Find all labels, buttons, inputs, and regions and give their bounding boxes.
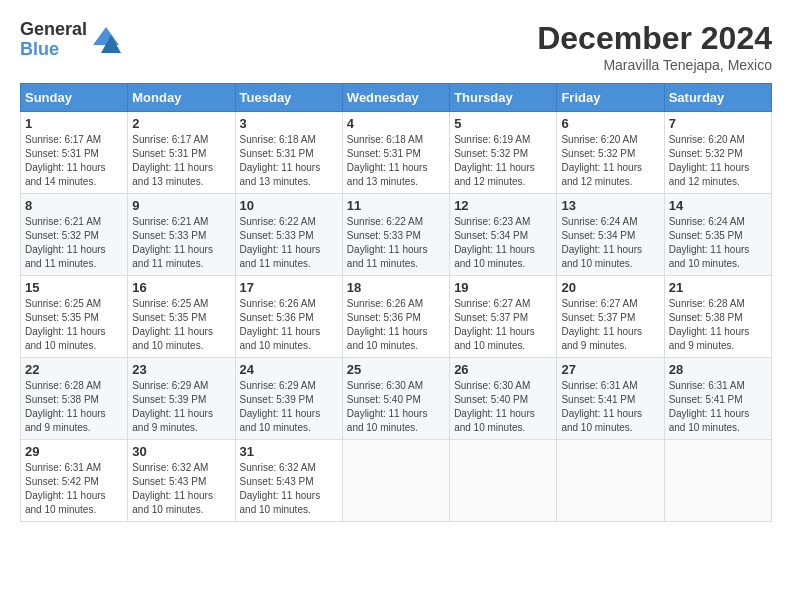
calendar-cell: 30 Sunrise: 6:32 AM Sunset: 5:43 PM Dayl… <box>128 440 235 522</box>
day-info: Sunrise: 6:23 AM Sunset: 5:34 PM Dayligh… <box>454 215 552 271</box>
day-info: Sunrise: 6:29 AM Sunset: 5:39 PM Dayligh… <box>240 379 338 435</box>
calendar-cell: 16 Sunrise: 6:25 AM Sunset: 5:35 PM Dayl… <box>128 276 235 358</box>
day-info: Sunrise: 6:20 AM Sunset: 5:32 PM Dayligh… <box>669 133 767 189</box>
day-number: 30 <box>132 444 230 459</box>
calendar-cell: 31 Sunrise: 6:32 AM Sunset: 5:43 PM Dayl… <box>235 440 342 522</box>
day-info: Sunrise: 6:30 AM Sunset: 5:40 PM Dayligh… <box>454 379 552 435</box>
calendar-cell: 22 Sunrise: 6:28 AM Sunset: 5:38 PM Dayl… <box>21 358 128 440</box>
day-number: 17 <box>240 280 338 295</box>
day-info: Sunrise: 6:17 AM Sunset: 5:31 PM Dayligh… <box>25 133 123 189</box>
calendar-cell: 5 Sunrise: 6:19 AM Sunset: 5:32 PM Dayli… <box>450 112 557 194</box>
day-number: 11 <box>347 198 445 213</box>
calendar-cell: 21 Sunrise: 6:28 AM Sunset: 5:38 PM Dayl… <box>664 276 771 358</box>
logo-icon <box>91 25 121 55</box>
day-number: 29 <box>25 444 123 459</box>
weekday-header: Thursday <box>450 84 557 112</box>
calendar-week-row: 15 Sunrise: 6:25 AM Sunset: 5:35 PM Dayl… <box>21 276 772 358</box>
day-info: Sunrise: 6:18 AM Sunset: 5:31 PM Dayligh… <box>347 133 445 189</box>
day-info: Sunrise: 6:28 AM Sunset: 5:38 PM Dayligh… <box>669 297 767 353</box>
day-number: 3 <box>240 116 338 131</box>
day-number: 28 <box>669 362 767 377</box>
calendar-cell <box>557 440 664 522</box>
day-info: Sunrise: 6:19 AM Sunset: 5:32 PM Dayligh… <box>454 133 552 189</box>
weekday-header: Wednesday <box>342 84 449 112</box>
day-number: 13 <box>561 198 659 213</box>
weekday-header: Friday <box>557 84 664 112</box>
day-info: Sunrise: 6:32 AM Sunset: 5:43 PM Dayligh… <box>132 461 230 517</box>
title-block: December 2024 Maravilla Tenejapa, Mexico <box>537 20 772 73</box>
day-info: Sunrise: 6:18 AM Sunset: 5:31 PM Dayligh… <box>240 133 338 189</box>
calendar-cell: 29 Sunrise: 6:31 AM Sunset: 5:42 PM Dayl… <box>21 440 128 522</box>
day-info: Sunrise: 6:22 AM Sunset: 5:33 PM Dayligh… <box>240 215 338 271</box>
weekday-header: Saturday <box>664 84 771 112</box>
day-info: Sunrise: 6:25 AM Sunset: 5:35 PM Dayligh… <box>132 297 230 353</box>
calendar-cell: 26 Sunrise: 6:30 AM Sunset: 5:40 PM Dayl… <box>450 358 557 440</box>
day-number: 24 <box>240 362 338 377</box>
calendar-cell: 7 Sunrise: 6:20 AM Sunset: 5:32 PM Dayli… <box>664 112 771 194</box>
day-number: 20 <box>561 280 659 295</box>
day-number: 1 <box>25 116 123 131</box>
calendar-cell: 11 Sunrise: 6:22 AM Sunset: 5:33 PM Dayl… <box>342 194 449 276</box>
day-number: 7 <box>669 116 767 131</box>
calendar-cell: 25 Sunrise: 6:30 AM Sunset: 5:40 PM Dayl… <box>342 358 449 440</box>
calendar-cell: 9 Sunrise: 6:21 AM Sunset: 5:33 PM Dayli… <box>128 194 235 276</box>
day-info: Sunrise: 6:24 AM Sunset: 5:35 PM Dayligh… <box>669 215 767 271</box>
month-year-title: December 2024 <box>537 20 772 57</box>
day-number: 19 <box>454 280 552 295</box>
day-info: Sunrise: 6:26 AM Sunset: 5:36 PM Dayligh… <box>347 297 445 353</box>
logo-blue: Blue <box>20 40 87 60</box>
day-number: 9 <box>132 198 230 213</box>
calendar-cell: 20 Sunrise: 6:27 AM Sunset: 5:37 PM Dayl… <box>557 276 664 358</box>
day-number: 25 <box>347 362 445 377</box>
calendar-cell: 3 Sunrise: 6:18 AM Sunset: 5:31 PM Dayli… <box>235 112 342 194</box>
logo: General Blue <box>20 20 121 60</box>
day-info: Sunrise: 6:25 AM Sunset: 5:35 PM Dayligh… <box>25 297 123 353</box>
day-info: Sunrise: 6:22 AM Sunset: 5:33 PM Dayligh… <box>347 215 445 271</box>
calendar-week-row: 8 Sunrise: 6:21 AM Sunset: 5:32 PM Dayli… <box>21 194 772 276</box>
day-info: Sunrise: 6:24 AM Sunset: 5:34 PM Dayligh… <box>561 215 659 271</box>
calendar-cell: 2 Sunrise: 6:17 AM Sunset: 5:31 PM Dayli… <box>128 112 235 194</box>
location-subtitle: Maravilla Tenejapa, Mexico <box>537 57 772 73</box>
calendar-cell: 8 Sunrise: 6:21 AM Sunset: 5:32 PM Dayli… <box>21 194 128 276</box>
day-info: Sunrise: 6:20 AM Sunset: 5:32 PM Dayligh… <box>561 133 659 189</box>
calendar-cell: 17 Sunrise: 6:26 AM Sunset: 5:36 PM Dayl… <box>235 276 342 358</box>
day-info: Sunrise: 6:26 AM Sunset: 5:36 PM Dayligh… <box>240 297 338 353</box>
day-number: 16 <box>132 280 230 295</box>
calendar-cell: 27 Sunrise: 6:31 AM Sunset: 5:41 PM Dayl… <box>557 358 664 440</box>
weekday-header: Sunday <box>21 84 128 112</box>
day-number: 18 <box>347 280 445 295</box>
day-number: 5 <box>454 116 552 131</box>
calendar-cell: 24 Sunrise: 6:29 AM Sunset: 5:39 PM Dayl… <box>235 358 342 440</box>
calendar-cell: 14 Sunrise: 6:24 AM Sunset: 5:35 PM Dayl… <box>664 194 771 276</box>
day-number: 10 <box>240 198 338 213</box>
calendar-cell: 19 Sunrise: 6:27 AM Sunset: 5:37 PM Dayl… <box>450 276 557 358</box>
calendar-table: SundayMondayTuesdayWednesdayThursdayFrid… <box>20 83 772 522</box>
calendar-week-row: 29 Sunrise: 6:31 AM Sunset: 5:42 PM Dayl… <box>21 440 772 522</box>
day-number: 31 <box>240 444 338 459</box>
day-number: 8 <box>25 198 123 213</box>
page-header: General Blue December 2024 Maravilla Ten… <box>20 20 772 73</box>
day-number: 2 <box>132 116 230 131</box>
calendar-cell <box>342 440 449 522</box>
day-number: 23 <box>132 362 230 377</box>
day-number: 4 <box>347 116 445 131</box>
calendar-cell: 4 Sunrise: 6:18 AM Sunset: 5:31 PM Dayli… <box>342 112 449 194</box>
logo-general: General <box>20 20 87 40</box>
day-number: 21 <box>669 280 767 295</box>
day-info: Sunrise: 6:21 AM Sunset: 5:32 PM Dayligh… <box>25 215 123 271</box>
weekday-header: Tuesday <box>235 84 342 112</box>
day-info: Sunrise: 6:32 AM Sunset: 5:43 PM Dayligh… <box>240 461 338 517</box>
calendar-cell: 12 Sunrise: 6:23 AM Sunset: 5:34 PM Dayl… <box>450 194 557 276</box>
day-info: Sunrise: 6:31 AM Sunset: 5:42 PM Dayligh… <box>25 461 123 517</box>
day-info: Sunrise: 6:28 AM Sunset: 5:38 PM Dayligh… <box>25 379 123 435</box>
svg-marker-0 <box>93 27 119 45</box>
day-info: Sunrise: 6:21 AM Sunset: 5:33 PM Dayligh… <box>132 215 230 271</box>
day-number: 15 <box>25 280 123 295</box>
day-info: Sunrise: 6:27 AM Sunset: 5:37 PM Dayligh… <box>561 297 659 353</box>
day-info: Sunrise: 6:31 AM Sunset: 5:41 PM Dayligh… <box>669 379 767 435</box>
calendar-cell: 15 Sunrise: 6:25 AM Sunset: 5:35 PM Dayl… <box>21 276 128 358</box>
calendar-cell: 10 Sunrise: 6:22 AM Sunset: 5:33 PM Dayl… <box>235 194 342 276</box>
calendar-cell: 13 Sunrise: 6:24 AM Sunset: 5:34 PM Dayl… <box>557 194 664 276</box>
calendar-cell: 1 Sunrise: 6:17 AM Sunset: 5:31 PM Dayli… <box>21 112 128 194</box>
calendar-cell <box>664 440 771 522</box>
